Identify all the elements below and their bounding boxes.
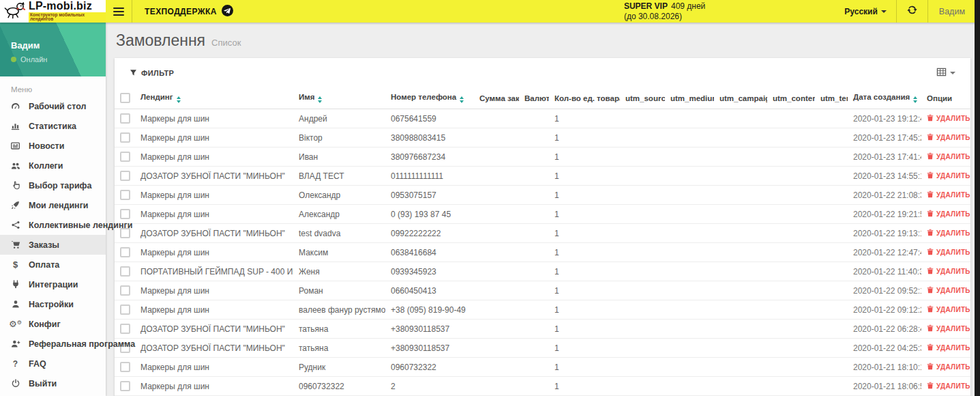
delete-button[interactable]: УДАЛИТЬ — [927, 190, 970, 199]
row-checkbox[interactable] — [120, 209, 130, 219]
brand-logo[interactable]: LP-mobi.biz Конструктор мобильных лендин… — [0, 0, 106, 23]
delete-button[interactable]: УДАЛИТЬ — [927, 248, 970, 257]
row-checkbox[interactable] — [120, 305, 130, 315]
column-header[interactable]: Дата создания — [848, 88, 921, 109]
cell-landing: Маркеры для шин — [135, 109, 293, 128]
cell-options: УДАЛИТЬ — [921, 377, 970, 396]
delete-button[interactable]: УДАЛИТЬ — [927, 343, 970, 352]
delete-button[interactable]: УДАЛИТЬ — [927, 171, 970, 180]
refresh-button[interactable] — [897, 0, 927, 23]
vertical-scrollbar[interactable] — [975, 0, 980, 396]
row-checkbox[interactable] — [120, 285, 130, 296]
column-header[interactable]: Номер телефона — [385, 88, 474, 109]
sidebar-item-label: Коллективные лендинги — [29, 221, 132, 230]
chevron-down-icon — [950, 72, 955, 74]
sidebar-item-referral[interactable]: Реферальная программа — [0, 334, 106, 354]
cell-created: 2020-01-22 19:13:19 — [848, 224, 921, 243]
row-checkbox[interactable] — [120, 152, 130, 162]
sort-arrows-icon — [460, 96, 464, 103]
sidebar-item-orders[interactable]: Заказы — [0, 235, 106, 255]
row-checkbox[interactable] — [120, 247, 130, 257]
tech-support-link[interactable]: ТЕХПОДДЕРЖКА — [132, 0, 246, 23]
delete-button[interactable]: УДАЛИТЬ — [927, 114, 970, 123]
cell-currency — [519, 300, 549, 320]
delete-button[interactable]: УДАЛИТЬ — [927, 305, 970, 314]
cell-utm_medium — [665, 167, 714, 186]
cell-phone: 2 — [385, 377, 474, 396]
cell-phone: +380930118537 — [385, 339, 474, 358]
column-header: utm_campaign — [714, 88, 767, 109]
user-icon — [10, 299, 21, 309]
sidebar-item-payment[interactable]: $Оплата — [0, 255, 106, 274]
delete-button[interactable]: УДАЛИТЬ — [927, 229, 970, 238]
cell-qty: 1 — [549, 147, 620, 167]
sidebar-item-colleagues[interactable]: Коллеги — [0, 156, 106, 175]
cell-currency — [519, 281, 549, 300]
cell-utm_medium — [665, 109, 714, 128]
sidebar-item-label: Оплата — [29, 260, 59, 270]
cell-landing: Маркеры для шин — [135, 243, 293, 262]
delete-button[interactable]: УДАЛИТЬ — [927, 152, 970, 161]
row-checkbox[interactable] — [120, 381, 130, 391]
filter-button[interactable]: ФИЛЬТР — [130, 69, 174, 78]
sidebar-item-collective[interactable]: Коллективные лендинги — [0, 215, 106, 235]
sidebar-item-landings[interactable]: Мои лендинги — [0, 195, 106, 215]
sidebar-item-news[interactable]: Новости — [0, 136, 106, 156]
delete-button[interactable]: УДАЛИТЬ — [927, 133, 970, 142]
cell-utm_source — [620, 224, 665, 243]
brand-name: LP-mobi.biz — [29, 1, 106, 12]
sidebar-item-tariff[interactable]: Выбор тарифа — [0, 175, 106, 195]
row-checkbox[interactable] — [120, 113, 130, 124]
hand-pointer-icon — [10, 180, 21, 190]
table-row: ДОЗАТОР ЗУБНОЇ ПАСТИ "МИНЬОН"татьяна+380… — [115, 320, 970, 339]
cell-qty: 1 — [549, 320, 620, 339]
select-all-checkbox[interactable] — [120, 93, 130, 103]
topbar-username[interactable]: Вадим — [928, 0, 980, 23]
sidebar-item-stats[interactable]: Статистика — [0, 116, 106, 136]
cell-sum — [474, 186, 519, 205]
cell-landing: Маркеры для шин — [135, 128, 293, 147]
row-checkbox[interactable] — [120, 362, 130, 372]
delete-button[interactable]: УДАЛИТЬ — [927, 324, 970, 333]
delete-button[interactable]: УДАЛИТЬ — [927, 210, 970, 218]
trash-icon — [927, 286, 934, 295]
cell-currency — [519, 262, 549, 281]
sidebar-item-faq[interactable]: ?FAQ — [0, 354, 106, 373]
columns-settings-button[interactable] — [936, 67, 955, 80]
delete-button[interactable]: УДАЛИТЬ — [927, 286, 970, 295]
sidebar-item-logout[interactable]: Выйти — [0, 373, 106, 393]
delete-button[interactable]: УДАЛИТЬ — [927, 382, 970, 391]
column-header[interactable]: Лендинг — [135, 88, 293, 109]
sidebar-item-label: Выбор тарифа — [29, 181, 91, 190]
language-selector[interactable]: Русский — [835, 0, 896, 23]
cell-name: Александр — [293, 205, 385, 224]
cell-utm_source — [620, 300, 665, 320]
cell-utm_campaign — [714, 224, 767, 243]
row-checkbox[interactable] — [120, 190, 130, 200]
sidebar-item-config[interactable]: ⚙⚙Конфиг — [0, 314, 106, 334]
cell-utm_medium — [665, 224, 714, 243]
cell-phone: 09922222222 — [385, 224, 474, 243]
cell-name: Максим — [293, 243, 385, 262]
row-checkbox[interactable] — [120, 324, 130, 334]
delete-button[interactable]: УДАЛИТЬ — [927, 363, 970, 371]
cell-utm_content — [767, 128, 815, 147]
profile-status: Онлайн — [20, 55, 47, 63]
cell-created: 2020-01-22 09:52:15 — [848, 281, 921, 300]
delete-button[interactable]: УДАЛИТЬ — [927, 267, 970, 276]
table-row: Маркеры для шинАндрей067564155912020-01-… — [115, 109, 970, 128]
row-checkbox[interactable] — [120, 171, 130, 181]
row-checkbox[interactable] — [120, 266, 130, 277]
cell-utm_source — [620, 147, 665, 167]
trash-icon — [927, 210, 934, 218]
hamburger-menu-icon[interactable] — [106, 0, 132, 23]
sidebar-item-integrations[interactable]: Интеграции — [0, 274, 106, 294]
cell-landing: Маркеры для шин — [135, 358, 293, 377]
cell-name: Рудник — [293, 358, 385, 377]
table-row: Маркеры для шинИван38097668723412020-01-… — [115, 147, 970, 167]
cell-qty: 1 — [549, 224, 620, 243]
sidebar-item-dashboard[interactable]: Рабочий стол — [0, 96, 106, 116]
sidebar-item-settings[interactable]: Настройки — [0, 294, 106, 314]
column-header[interactable]: Имя — [293, 88, 385, 109]
row-checkbox[interactable] — [120, 132, 130, 143]
